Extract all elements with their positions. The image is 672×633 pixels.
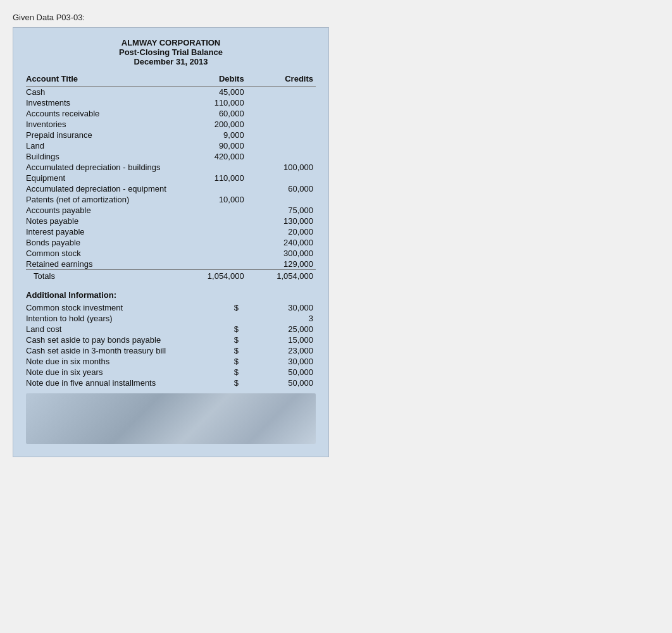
- table-row: Land 90,000: [26, 140, 316, 151]
- table-row: Accumulated depreciation - buildings 100…: [26, 162, 316, 173]
- additional-row: Cash set aside in 3-month treasury bill …: [26, 345, 316, 356]
- card: ALMWAY CORPORATION Post-Closing Trial Ba…: [13, 27, 329, 457]
- report-title: Post-Closing Trial Balance: [26, 47, 316, 57]
- totals-row: Totals 1,054,000 1,054,000: [26, 270, 316, 282]
- table-row: Accounts payable 75,000: [26, 205, 316, 216]
- table-row: Retained earnings 129,000: [26, 259, 316, 270]
- blurred-area: [26, 393, 316, 444]
- table-row: Equipment 110,000: [26, 173, 316, 183]
- card-header: ALMWAY CORPORATION Post-Closing Trial Ba…: [26, 38, 316, 66]
- table-row: Common stock 300,000: [26, 248, 316, 259]
- col-header-debits: Debits: [185, 74, 249, 87]
- report-date: December 31, 2013: [26, 57, 316, 66]
- table-row: Cash 45,000: [26, 87, 316, 98]
- additional-row: Note due in six months $ 30,000: [26, 356, 316, 367]
- table-row: Investments 110,000: [26, 97, 316, 108]
- table-row: Accounts receivable 60,000: [26, 108, 316, 119]
- additional-row: Note due in six years $ 50,000: [26, 367, 316, 378]
- additional-header: Additional Information:: [26, 290, 316, 300]
- additional-row: Land cost $ 25,000: [26, 324, 316, 335]
- additional-section: Additional Information: Common stock inv…: [26, 290, 316, 388]
- additional-row: Intention to hold (years) 3: [26, 313, 316, 324]
- page-label: Given Data P03-03:: [13, 13, 659, 22]
- table-row: Interest payable 20,000: [26, 226, 316, 237]
- col-header-credits: Credits: [249, 74, 316, 87]
- company-name: ALMWAY CORPORATION: [26, 38, 316, 47]
- table-row: Notes payable 130,000: [26, 216, 316, 226]
- col-header-account: Account Title: [26, 74, 185, 87]
- table-row: Prepaid insurance 9,000: [26, 130, 316, 140]
- additional-row: Common stock investment $ 30,000: [26, 302, 316, 313]
- table-row: Bonds payable 240,000: [26, 237, 316, 248]
- table-row: Patents (net of amortization) 10,000: [26, 194, 316, 205]
- table-row: Inventories 200,000: [26, 119, 316, 130]
- table-row: Buildings 420,000: [26, 151, 316, 162]
- additional-row: Note due in five annual installments $ 5…: [26, 378, 316, 388]
- table-row: Accumulated depreciation - equipment 60,…: [26, 183, 316, 194]
- additional-row: Cash set aside to pay bonds payable $ 15…: [26, 335, 316, 345]
